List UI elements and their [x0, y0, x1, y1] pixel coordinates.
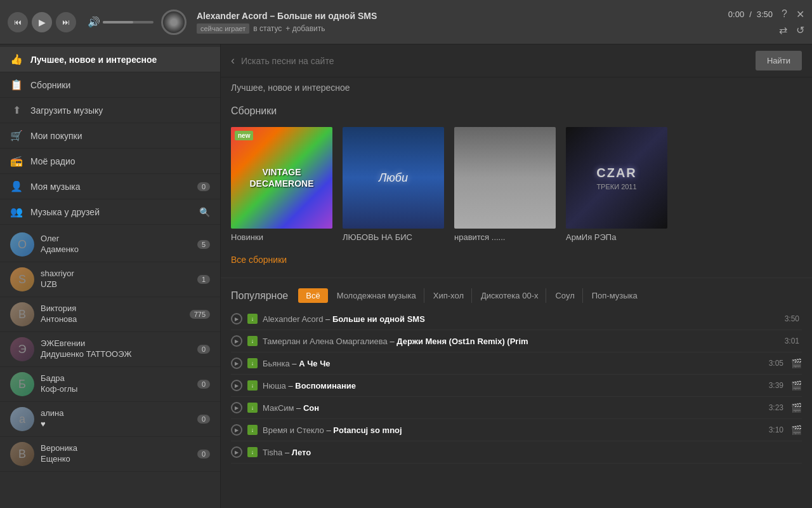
- track-name-4: Нюша – Воспоминание: [263, 381, 764, 391]
- track-duration-2: 3:01: [785, 337, 802, 345]
- filter-tab-pop[interactable]: Поп-музыка: [584, 288, 645, 303]
- player-time-total: 3:50: [757, 10, 773, 19]
- track-name-7: Tisha – Лето: [263, 448, 794, 457]
- sidebar-label-collections: Сборники: [30, 80, 210, 90]
- album-card-new[interactable]: new VINTAGEDECAMERONE Новинки: [231, 127, 332, 242]
- status-action[interactable]: в статус: [253, 24, 282, 33]
- track-row-1[interactable]: ▶ ↓ Alexander Acord – Больше ни одной SM…: [231, 308, 802, 330]
- album-card-love[interactable]: Люби ЛЮБОВЬ НА БИС: [343, 127, 444, 242]
- friend-name-oleg: ОлегАдаменко: [41, 234, 191, 255]
- sidebar-item-radio[interactable]: 📻 Моё радио: [0, 149, 220, 174]
- friends-list: O ОлегАдаменко 5 S shaxriyorUZB 1 В Викт…: [0, 227, 220, 472]
- track-row-6[interactable]: ▶ ↓ Время и Стекло – Potancuj so mnoj 3:…: [231, 419, 802, 441]
- close-icon[interactable]: ✕: [796, 8, 804, 20]
- rewind-button[interactable]: ⏮: [8, 12, 28, 32]
- video-icon-6[interactable]: 🎬: [791, 425, 802, 435]
- friend-name-ver: ВероникаЕщенко: [41, 443, 191, 465]
- sidebar-item-upload[interactable]: ⬆ Загрузить музыку: [0, 98, 220, 123]
- filter-tabs: Всё Молодежная музыка Хип-хол Дискотека …: [298, 288, 645, 303]
- avatar-ver: В: [10, 442, 34, 466]
- track-name-6: Время и Стекло – Potancuj so mnoj: [263, 425, 764, 435]
- help-icon[interactable]: ?: [782, 8, 787, 20]
- album-card-rap[interactable]: CZAR ТРЕКИ 2011 АрмИя РЭПа: [566, 127, 667, 242]
- friends-search-icon[interactable]: 🔍: [199, 207, 210, 217]
- divider: [221, 277, 812, 278]
- avatar-evg: Э: [10, 337, 34, 361]
- volume-icon[interactable]: 🔊: [88, 16, 100, 28]
- sidebar-item-friends[interactable]: 👥 Музыка у друзей 🔍: [0, 199, 220, 225]
- friend-item-shax[interactable]: S shaxriyorUZB 1: [0, 262, 220, 297]
- track-download-2[interactable]: ↓: [247, 336, 258, 346]
- search-back-button[interactable]: ‹: [231, 54, 235, 67]
- shuffle-icon[interactable]: ⇄: [779, 24, 787, 36]
- avatar-shax: S: [10, 267, 34, 291]
- player-info: Alexander Acord – Больше ни одной SMS се…: [197, 11, 678, 34]
- mymusic-icon: 👤: [10, 180, 23, 192]
- albums-grid: new VINTAGEDECAMERONE Новинки Люби ЛЮБОВ…: [221, 122, 812, 252]
- avatar-alina: а: [10, 407, 34, 431]
- track-play-4[interactable]: ▶: [231, 380, 242, 391]
- track-title: Alexander Acord – Больше ни одной SMS: [197, 11, 678, 21]
- album-cover-love: Люби: [343, 127, 444, 229]
- friend-item-evg[interactable]: Э ЭЖЕвгенииДидушенко TATTOOЭЖ 0: [0, 332, 220, 367]
- track-download-6[interactable]: ↓: [247, 425, 258, 435]
- track-play-6[interactable]: ▶: [231, 424, 242, 436]
- track-play-2[interactable]: ▶: [231, 335, 242, 347]
- album-card-likes[interactable]: нравится ......: [454, 127, 556, 242]
- upload-icon: ⬆: [10, 104, 23, 116]
- video-icon-4[interactable]: 🎬: [791, 380, 802, 391]
- sidebar-item-collections[interactable]: 📋 Сборники: [0, 72, 220, 98]
- track-download-1[interactable]: ↓: [247, 314, 258, 324]
- sidebar-nav: 👍 Лучшее, новое и интересное 📋 Сборники …: [0, 44, 220, 227]
- friend-item-badr[interactable]: Б БадраКоф-оглы 0: [0, 367, 220, 402]
- track-play-3[interactable]: ▶: [231, 358, 242, 369]
- track-play-1[interactable]: ▶: [231, 313, 242, 324]
- forward-button[interactable]: ⏭: [56, 12, 76, 32]
- track-duration-5: 3:23: [769, 403, 786, 412]
- filter-tab-hiphop[interactable]: Хип-хол: [426, 288, 472, 303]
- friend-badge-oleg: 5: [197, 240, 210, 249]
- track-download-3[interactable]: ↓: [247, 358, 258, 368]
- all-compilations-link[interactable]: Все сборники: [221, 252, 812, 275]
- repeat-icon[interactable]: ↺: [796, 24, 804, 36]
- friend-badge-badr: 0: [197, 380, 210, 389]
- friend-item-ver[interactable]: В ВероникаЕщенко 0: [0, 437, 220, 472]
- track-row-4[interactable]: ▶ ↓ Нюша – Воспоминание 3:39 🎬: [231, 375, 802, 397]
- track-play-7[interactable]: ▶: [231, 446, 242, 458]
- add-action[interactable]: + добавить: [285, 24, 325, 33]
- volume-slider[interactable]: [103, 21, 154, 23]
- track-download-7[interactable]: ↓: [247, 447, 258, 457]
- friend-name-badr: БадраКоф-оглы: [41, 373, 191, 395]
- filter-tab-soul[interactable]: Соул: [547, 288, 582, 303]
- track-row-3[interactable]: ▶ ↓ Бьянка – А Че Че 3:05 🎬: [231, 352, 802, 375]
- sidebar-item-mymusic[interactable]: 👤 Моя музыка 0: [0, 174, 220, 199]
- friend-badge-vik: 775: [190, 310, 210, 319]
- track-row-7[interactable]: ▶ ↓ Tisha – Лето: [231, 441, 802, 464]
- track-play-5[interactable]: ▶: [231, 402, 242, 413]
- track-download-4[interactable]: ↓: [247, 380, 258, 391]
- video-icon-3[interactable]: 🎬: [791, 358, 802, 368]
- sidebar-item-best[interactable]: 👍 Лучшее, новое и интересное: [0, 47, 220, 72]
- friends-icon: 👥: [10, 206, 23, 218]
- sidebar-item-purchases[interactable]: 🛒 Мои покупки: [0, 123, 220, 149]
- filter-tab-all[interactable]: Всё: [298, 288, 327, 303]
- track-row-5[interactable]: ▶ ↓ МакСим – Сон 3:23 🎬: [231, 397, 802, 419]
- friend-badge-shax: 1: [197, 275, 210, 284]
- friend-badge-ver: 0: [197, 450, 210, 458]
- friend-item-alina[interactable]: а алина♥ 0: [0, 402, 220, 437]
- player-bar: ⏮ ▶ ⏭ 🔊 Alexander Acord – Больше ни одно…: [0, 0, 812, 44]
- video-icon-5[interactable]: 🎬: [791, 403, 802, 413]
- search-button[interactable]: Найти: [756, 51, 802, 70]
- compilations-title: Сборники: [221, 98, 812, 122]
- play-button[interactable]: ▶: [32, 12, 52, 32]
- friend-item-oleg[interactable]: O ОлегАдаменко 5: [0, 227, 220, 262]
- friend-name-shax: shaxriyorUZB: [41, 269, 191, 290]
- track-row-2[interactable]: ▶ ↓ Тамерлан и Алена Омаргалиева – Держи…: [231, 330, 802, 352]
- track-download-5[interactable]: ↓: [247, 403, 258, 413]
- search-input[interactable]: [241, 52, 749, 70]
- friend-name-vik: ВикторияАнтонова: [41, 304, 183, 325]
- friend-badge-alina: 0: [197, 415, 210, 424]
- friend-item-vik[interactable]: В ВикторияАнтонова 775: [0, 297, 220, 332]
- filter-tab-disco[interactable]: Дискотека 00-х: [473, 288, 547, 303]
- filter-tab-youth[interactable]: Молодежная музыка: [329, 288, 424, 303]
